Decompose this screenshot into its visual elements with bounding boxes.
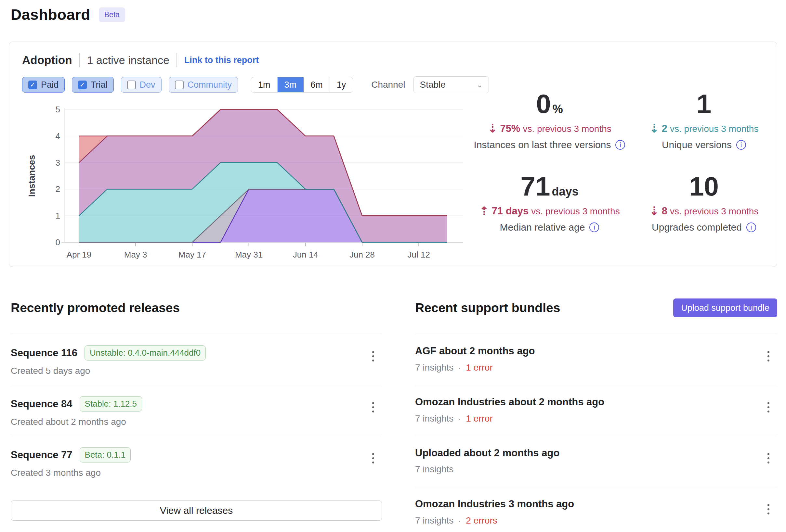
- bundle-list: AGF about 2 months ago7 insights·1 error…: [415, 334, 777, 532]
- filter-paid[interactable]: ✓Paid: [22, 77, 65, 93]
- range-6m[interactable]: 6m: [304, 77, 330, 92]
- bundle-title: Omozan Industries 3 months ago: [415, 498, 777, 510]
- header-separator: [79, 53, 80, 67]
- x-tick-label: Jun 14: [293, 250, 318, 260]
- stat-suffix: days: [552, 185, 579, 198]
- bundles-heading: Recent support bundles: [415, 301, 560, 315]
- stat-number-text: 71: [521, 171, 550, 201]
- release-title: Sequence 84: [11, 398, 72, 410]
- stat-number-text: 0: [536, 89, 551, 119]
- adoption-controls: ✓Paid✓TrialDevCommunity 1m3m6m1y Channel…: [22, 76, 489, 93]
- bundle-insights-count: 7 insights: [415, 413, 454, 424]
- bundle-meta-row: 7 insights: [415, 464, 777, 475]
- checkbox-icon: [127, 80, 136, 89]
- info-icon[interactable]: i: [590, 222, 599, 232]
- stat-cell-3: 10⇣8vs. previous 3 monthsUpgrades comple…: [627, 172, 781, 246]
- trend-value: 2: [662, 123, 667, 134]
- y-tick-label: 5: [55, 104, 60, 114]
- bundle-error-count: 1 error: [466, 413, 492, 424]
- trend-value: 8: [662, 205, 667, 217]
- x-tick-label: May 3: [124, 250, 147, 260]
- trend-caption: vs. previous 3 months: [523, 124, 611, 134]
- stat-label-text: Median relative age: [500, 222, 585, 233]
- stat-label: Upgrades completedi: [627, 222, 781, 233]
- adoption-card-header: Adoption 1 active instance Link to this …: [22, 53, 259, 67]
- adoption-area-chart: 012345Apr 19May 3May 17May 31Jun 14Jun 2…: [20, 104, 468, 260]
- time-range-segmented-control: 1m3m6m1y: [251, 77, 353, 93]
- kebab-menu-icon[interactable]: [765, 348, 772, 364]
- x-tick-label: Apr 19: [67, 250, 92, 260]
- info-icon[interactable]: i: [615, 140, 625, 150]
- info-icon[interactable]: i: [746, 222, 756, 232]
- page-title: Dashboard: [11, 6, 90, 23]
- filter-trial[interactable]: ✓Trial: [72, 77, 114, 93]
- y-axis-title: Instances: [27, 155, 37, 197]
- kebab-menu-icon[interactable]: [370, 451, 377, 466]
- stat-label: Median relative agei: [472, 222, 627, 233]
- stat-label-text: Unique versions: [662, 139, 732, 150]
- adoption-stats: 0%⇣75%vs. previous 3 monthsInstances on …: [472, 90, 781, 246]
- bundle-title: Uploaded about 2 months ago: [415, 447, 777, 459]
- y-tick-label: 3: [55, 158, 60, 168]
- range-3m[interactable]: 3m: [278, 77, 304, 92]
- kebab-menu-icon[interactable]: [370, 400, 377, 415]
- info-icon[interactable]: i: [736, 140, 746, 150]
- filter-label: Paid: [41, 80, 59, 90]
- upload-support-bundle-button[interactable]: Upload support bundle: [673, 298, 777, 317]
- kebab-menu-icon[interactable]: [370, 348, 377, 364]
- kebab-menu-icon[interactable]: [765, 451, 772, 466]
- trend-up-arrow-icon: ⇡: [479, 204, 489, 218]
- release-title-row: Sequence 84Stable: 1.12.5: [11, 396, 382, 411]
- release-title: Sequence 116: [11, 347, 77, 359]
- stat-trend: ⇡71 daysvs. previous 3 months: [472, 204, 627, 217]
- bundle-title: AGF about 2 months ago: [415, 345, 777, 357]
- release-row: Sequence 116Unstable: 0.4.0-main.444ddf0…: [11, 334, 382, 385]
- active-instance-count: 1 active instance: [87, 54, 169, 67]
- filter-dev[interactable]: Dev: [121, 77, 162, 93]
- bundle-meta-row: 7 insights·1 error: [415, 362, 777, 373]
- x-tick-label: Jul 12: [408, 250, 430, 260]
- checkbox-icon: ✓: [28, 80, 37, 89]
- stat-value: 10: [627, 172, 781, 200]
- release-version-badge: Stable: 1.12.5: [79, 396, 142, 411]
- stat-cell-0: 0%⇣75%vs. previous 3 monthsInstances on …: [472, 90, 627, 163]
- stat-label: Unique versionsi: [627, 139, 781, 150]
- release-created-text: Created 3 months ago: [11, 468, 382, 478]
- view-all-releases-button[interactable]: View all releases: [11, 501, 382, 521]
- release-title-row: Sequence 77Beta: 0.1.1: [11, 447, 382, 462]
- filter-community[interactable]: Community: [169, 77, 238, 93]
- recently-promoted-releases-section: Recently promoted releases Sequence 116U…: [11, 298, 382, 521]
- y-tick-label: 2: [55, 184, 60, 194]
- dashboard-page: Dashboard Beta Adoption 1 active instanc…: [0, 0, 786, 532]
- bundle-meta-row: 7 insights·1 error: [415, 413, 777, 424]
- stat-number-text: 1: [697, 89, 712, 119]
- stat-trend: ⇣2vs. previous 3 months: [627, 121, 781, 135]
- support-bundle-row: Omozan Industries about 2 months ago7 in…: [415, 385, 777, 436]
- license-filters: ✓Paid✓TrialDevCommunity: [22, 77, 238, 93]
- stat-value: 0%: [472, 90, 627, 118]
- y-tick-label: 1: [55, 211, 60, 220]
- bundle-insights-count: 7 insights: [415, 362, 454, 373]
- meta-separator-dot: ·: [458, 362, 461, 373]
- range-1m[interactable]: 1m: [251, 77, 278, 92]
- x-tick-label: May 17: [179, 250, 206, 260]
- release-version-badge: Beta: 0.1.1: [79, 447, 131, 462]
- support-bundle-row: Uploaded about 2 months ago7 insights: [415, 436, 777, 487]
- y-tick-label: 0: [55, 237, 60, 247]
- releases-header-row: Recently promoted releases: [11, 298, 382, 318]
- meta-separator-dot: ·: [458, 515, 461, 526]
- link-to-report[interactable]: Link to this report: [184, 55, 259, 65]
- filter-label: Community: [188, 80, 232, 90]
- bundle-title: Omozan Industries about 2 months ago: [415, 396, 777, 408]
- chevron-down-icon: ⌄: [476, 80, 483, 89]
- releases-heading: Recently promoted releases: [11, 301, 180, 315]
- bundle-meta-row: 7 insights·2 errors: [415, 515, 777, 526]
- stat-trend: ⇣75%vs. previous 3 months: [472, 121, 627, 135]
- release-created-text: Created 5 days ago: [11, 366, 382, 376]
- filter-label: Dev: [140, 80, 155, 90]
- trend-caption: vs. previous 3 months: [670, 206, 758, 216]
- range-1y[interactable]: 1y: [330, 77, 353, 92]
- stat-label-text: Instances on last three versions: [474, 139, 611, 150]
- kebab-menu-icon[interactable]: [765, 502, 772, 517]
- kebab-menu-icon[interactable]: [765, 400, 772, 415]
